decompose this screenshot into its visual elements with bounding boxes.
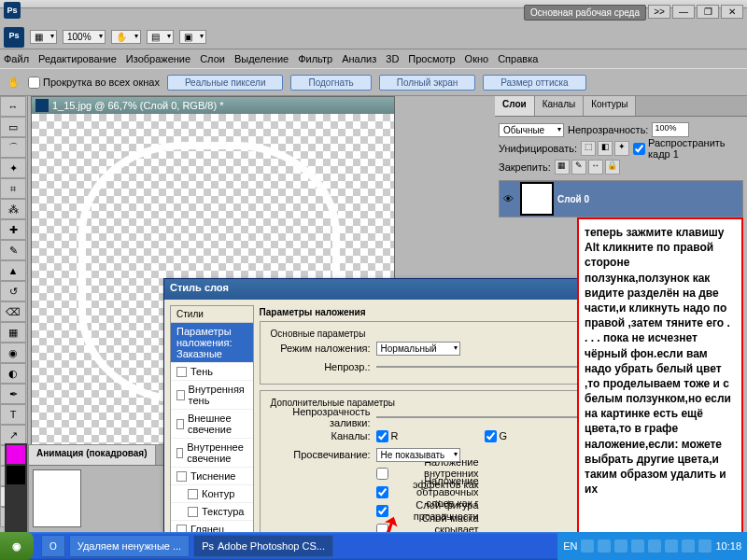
unify-label: Унифицировать:: [499, 143, 577, 154]
layer-row[interactable]: 👁 Слой 0: [499, 180, 743, 217]
propagate-frame-checkbox[interactable]: Распространить кадр 1: [633, 137, 743, 160]
menu-layers[interactable]: Слои: [200, 53, 225, 64]
eraser-tool[interactable]: ⌫: [0, 301, 26, 322]
dialog-titlebar[interactable]: Стиль слоя: [164, 279, 577, 300]
printsize-button[interactable]: Размер оттиска: [483, 75, 585, 91]
scroll-all-checkbox[interactable]: Прокрутка во всех окнах: [28, 77, 160, 89]
tutorial-note: теперь зажмите клавишу Alt кликните по п…: [577, 217, 743, 560]
chevrons-button[interactable]: >>: [648, 5, 670, 19]
animation-frame-1[interactable]: [33, 469, 81, 527]
gradient-tool[interactable]: ▦: [0, 322, 26, 343]
style-contour[interactable]: Контур: [171, 485, 253, 503]
unify-icons[interactable]: ⬚◧✦: [581, 141, 629, 156]
tray-icon[interactable]: [648, 539, 661, 553]
tab-layers[interactable]: Слои: [495, 96, 535, 116]
quick-launch-icon[interactable]: O: [41, 535, 65, 557]
taskbar-item-2[interactable]: PsAdobe Photoshop CS...: [193, 535, 333, 557]
type-tool[interactable]: T: [0, 404, 26, 425]
style-bevel[interactable]: Тиснение: [171, 468, 253, 485]
tab-animation[interactable]: Анимация (покадровая): [29, 445, 156, 465]
style-drop-shadow[interactable]: Тень: [171, 363, 253, 381]
ps-home-icon[interactable]: Ps: [4, 27, 24, 48]
brush-tool[interactable]: ✎: [0, 240, 26, 260]
lock-icons[interactable]: ▦✎↔🔒: [555, 160, 620, 175]
menu-analysis[interactable]: Анализ: [342, 53, 376, 64]
opacity-label: Непрозрачность:: [568, 124, 648, 135]
menu-filter[interactable]: Фильтр: [298, 53, 332, 64]
workspace-button[interactable]: Основная рабочая среда: [524, 5, 646, 21]
layer-opacity-input[interactable]: 100%: [652, 122, 689, 137]
layer-style-dialog: Стиль слоя Стили Параметры наложения: За…: [163, 278, 578, 560]
tray-icon[interactable]: [614, 539, 627, 553]
history-brush-tool[interactable]: ↺: [0, 281, 26, 301]
lock-label: Закрепить:: [499, 161, 551, 173]
blur-tool[interactable]: ◉: [0, 343, 26, 363]
tray-icon[interactable]: [698, 539, 712, 553]
fullscreen-button[interactable]: Полный экран: [379, 75, 476, 91]
tray-icon[interactable]: [581, 539, 594, 553]
wand-tool[interactable]: ✦: [0, 158, 26, 178]
eyedropper-tool[interactable]: ⁂: [0, 199, 26, 219]
blend-mode-label: Режим наложения:: [268, 343, 371, 354]
tray-icon[interactable]: [665, 539, 678, 553]
tray-icon[interactable]: [682, 539, 695, 553]
channel-g-checkbox[interactable]: G: [485, 430, 587, 442]
lasso-tool[interactable]: ⌒: [0, 137, 26, 158]
menu-image[interactable]: Изображение: [126, 53, 190, 64]
menu-file[interactable]: Файл: [4, 53, 29, 64]
channels-label: Каналы:: [268, 430, 371, 441]
zoom-dropdown[interactable]: 100%: [63, 30, 106, 44]
heal-tool[interactable]: ✚: [0, 219, 26, 240]
screenmode-dropdown[interactable]: ▣: [179, 30, 206, 44]
fit-button[interactable]: Подогнать: [290, 75, 371, 91]
knockout-select[interactable]: Не показывать: [376, 448, 460, 462]
start-button[interactable]: ◉: [0, 532, 34, 560]
black-swatch[interactable]: [7, 466, 25, 484]
visibility-icon[interactable]: 👁: [500, 193, 516, 204]
menu-help[interactable]: Справка: [498, 53, 538, 64]
menu-bar: Файл Редактирование Изображение Слои Выд…: [0, 49, 747, 68]
channel-r-checkbox[interactable]: R: [376, 430, 479, 442]
layer-blend-select[interactable]: Обычные: [499, 123, 564, 137]
menu-window[interactable]: Окно: [465, 53, 489, 64]
styles-header: Стили: [171, 306, 253, 323]
path-tool[interactable]: ↗: [0, 425, 26, 445]
clock[interactable]: 10:18: [715, 540, 741, 552]
pen-tool[interactable]: ✒: [0, 384, 26, 404]
dodge-tool[interactable]: ◐: [0, 363, 26, 384]
lang-indicator[interactable]: EN: [563, 540, 577, 552]
layer-name-label[interactable]: Слой 0: [557, 194, 589, 204]
tray-icon[interactable]: [631, 539, 644, 553]
stamp-tool[interactable]: ▲: [0, 260, 26, 281]
fill-opacity-label: Непрозрачность заливки:: [268, 406, 371, 428]
menu-3d[interactable]: 3D: [386, 53, 399, 64]
style-blending-options[interactable]: Параметры наложения: Заказные: [171, 323, 253, 363]
move-tool[interactable]: ↔: [0, 96, 26, 117]
actual-pixels-button[interactable]: Реальные пиксели: [167, 75, 284, 91]
blend-mode-select[interactable]: Нормальный: [376, 342, 460, 356]
basic-legend: Основные параметры: [268, 329, 369, 339]
menu-edit[interactable]: Редактирование: [38, 53, 117, 64]
hand-dropdown[interactable]: ✋: [111, 30, 141, 44]
style-texture[interactable]: Текстура: [171, 503, 253, 521]
menu-view[interactable]: Просмотр: [408, 53, 455, 64]
style-inner-glow[interactable]: Внутреннее свечение: [171, 439, 253, 468]
tab-paths[interactable]: Контуры: [584, 96, 636, 116]
file-dropdown[interactable]: ▦: [30, 30, 57, 44]
taskbar-item-1[interactable]: Удаляем ненужные ...: [69, 535, 190, 557]
tray-icon[interactable]: [598, 539, 611, 553]
minimize-button[interactable]: —: [672, 5, 695, 19]
maximize-button[interactable]: ❐: [697, 5, 719, 19]
document-titlebar[interactable]: 1_15.jpg @ 66,7% (Слой 0, RGB/8) *: [32, 97, 394, 114]
menu-select[interactable]: Выделение: [234, 53, 289, 64]
marquee-tool[interactable]: ▭: [0, 117, 26, 137]
style-outer-glow[interactable]: Внешнее свечение: [171, 410, 253, 439]
close-button[interactable]: ✕: [721, 5, 743, 19]
magenta-swatch[interactable]: [7, 445, 25, 464]
style-inner-shadow[interactable]: Внутренняя тень: [171, 381, 253, 410]
crop-tool[interactable]: ⌗: [0, 178, 26, 199]
system-tray[interactable]: EN 10:18: [557, 532, 747, 560]
tab-channels[interactable]: Каналы: [535, 96, 585, 116]
arrange-dropdown[interactable]: ▤: [147, 30, 174, 44]
layer-thumbnail[interactable]: [520, 182, 554, 216]
